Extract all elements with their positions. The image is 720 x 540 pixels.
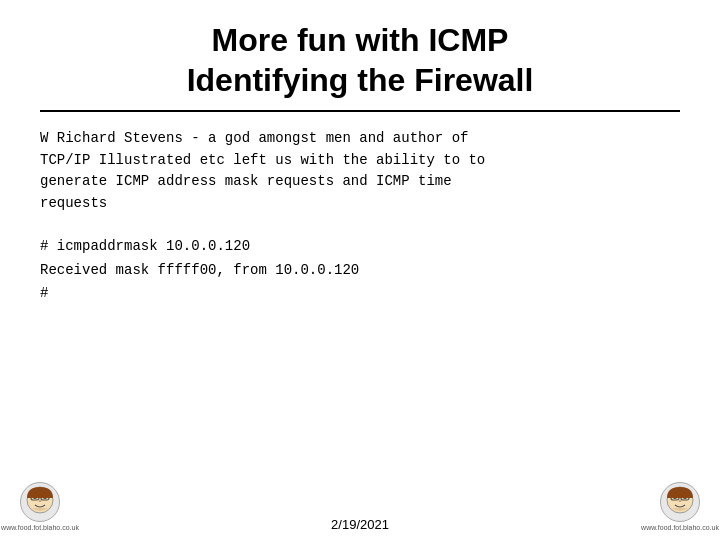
title-line1: More fun with ICMP [212,22,509,58]
cartoon-face-left [22,484,58,520]
footer-logo-text-right: www.food.fot.blaho.co.uk [641,524,719,531]
footer-logo-text-left: www.food.fot.blaho.co.uk [1,524,79,531]
title-section: More fun with ICMP Identifying the Firew… [40,20,680,100]
footer-logo-left: www.food.fot.blaho.co.uk [10,482,70,532]
cartoon-face-right [662,484,698,520]
title-line2: Identifying the Firewall [187,62,534,98]
footer-logo-right: www.food.fot.blaho.co.uk [650,482,710,532]
svg-point-6 [39,500,42,502]
code-line-1: # icmpaddrmask 10.0.0.120 [40,235,680,259]
svg-point-13 [679,500,682,502]
slide-title: More fun with ICMP Identifying the Firew… [40,20,680,100]
slide-container: More fun with ICMP Identifying the Firew… [0,0,720,540]
slide-footer: www.food.fot.blaho.co.uk 2/19/2021 w [0,482,720,532]
code-line-2: Received mask fffff00, from 10.0.0.120 [40,259,680,283]
code-line-3: # [40,282,680,306]
intro-paragraph: W Richard Stevens - a god amongst men an… [40,128,680,215]
footer-date: 2/19/2021 [70,517,650,532]
logo-circle-right [660,482,700,522]
content-section: W Richard Stevens - a god amongst men an… [40,128,680,530]
title-divider [40,110,680,112]
logo-circle-left [20,482,60,522]
code-block: # icmpaddrmask 10.0.0.120 Received mask … [40,235,680,306]
